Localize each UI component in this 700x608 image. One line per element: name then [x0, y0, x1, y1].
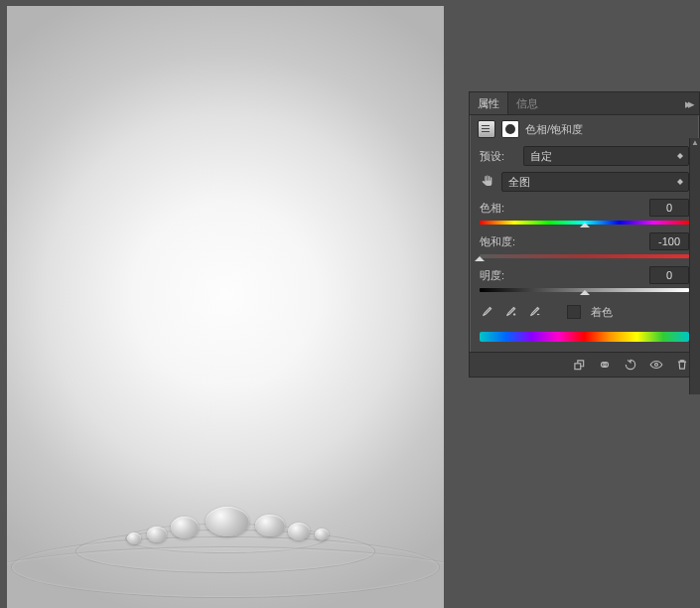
- adjustment-title: 色相/饱和度: [525, 122, 583, 137]
- lightness-label: 明度:: [480, 268, 504, 283]
- saturation-value[interactable]: -100: [649, 232, 689, 250]
- hand-scrubby-icon[interactable]: [480, 174, 495, 190]
- preset-select[interactable]: 自定: [523, 146, 689, 166]
- lightness-value[interactable]: 0: [649, 266, 689, 284]
- tab-properties[interactable]: 属性: [470, 92, 508, 114]
- eyedropper-minus-icon[interactable]: [527, 304, 541, 320]
- hue-value[interactable]: 0: [649, 199, 689, 217]
- panel-footer: [470, 352, 699, 377]
- hue-slider[interactable]: [480, 221, 689, 225]
- adjustment-header: 色相/饱和度: [470, 115, 699, 143]
- view-previous-icon[interactable]: [594, 356, 616, 374]
- adjustment-icon: [478, 120, 495, 138]
- document-canvas[interactable]: [7, 6, 444, 608]
- panel-tab-bar: 属性 信息 ▸▸: [470, 92, 699, 115]
- hue-label: 色相:: [480, 201, 504, 216]
- saturation-slider-knob[interactable]: [475, 251, 485, 261]
- lightness-slider[interactable]: [480, 288, 689, 292]
- hue-slider-knob[interactable]: [580, 218, 590, 228]
- image-content: [7, 459, 444, 608]
- clip-to-layer-icon[interactable]: [568, 356, 590, 374]
- spectrum-bar: [480, 332, 689, 342]
- svg-point-1: [655, 364, 658, 367]
- mask-icon[interactable]: [501, 120, 519, 138]
- svg-rect-0: [575, 364, 581, 370]
- properties-panel: 属性 信息 ▸▸ 色相/饱和度 预设: 自定 全图 色相: 0 饱和度: -10…: [469, 91, 700, 378]
- panel-scrollbar[interactable]: ▲: [689, 138, 700, 394]
- colorize-label: 着色: [591, 305, 613, 320]
- saturation-label: 饱和度:: [480, 234, 515, 249]
- preset-label: 预设:: [480, 149, 517, 164]
- colorize-checkbox[interactable]: [567, 305, 581, 319]
- eyedropper-plus-icon[interactable]: [503, 304, 517, 320]
- channel-select[interactable]: 全图: [501, 172, 689, 192]
- eyedropper-icon[interactable]: [480, 304, 493, 320]
- visibility-icon[interactable]: [645, 356, 667, 374]
- tab-info[interactable]: 信息: [508, 92, 546, 114]
- reset-icon[interactable]: [620, 356, 641, 374]
- flyout-menu-icon[interactable]: ▸▸: [677, 96, 699, 111]
- saturation-slider[interactable]: [480, 254, 689, 258]
- lightness-slider-knob[interactable]: [580, 285, 590, 295]
